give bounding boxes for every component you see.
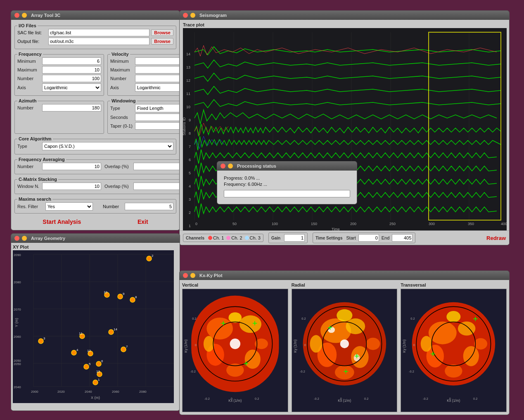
sac-file-input[interactable] — [48, 29, 149, 36]
output-file-row: Output file: Browse — [17, 38, 173, 45]
svg-text:10: 10 — [186, 105, 190, 109]
svg-text:-0.2: -0.2 — [409, 370, 414, 373]
svg-point-98 — [230, 339, 240, 349]
azimuth-section: Azimuth Number — [14, 98, 104, 134]
ch2-radio[interactable] — [226, 236, 230, 240]
sac-file-row: SAC file list: Browse — [17, 29, 173, 36]
svg-text:5: 5 — [89, 362, 91, 366]
vertical-title: Vertical — [182, 282, 288, 287]
svg-text:2090: 2090 — [14, 253, 21, 257]
cm-overlap-input[interactable] — [133, 183, 180, 190]
vel-axis-select[interactable]: Logarithmic Linear — [135, 83, 180, 92]
time-end-input[interactable] — [392, 234, 413, 242]
wind-type-select[interactable]: Fixed Length — [135, 104, 180, 112]
svg-text:1: 1 — [189, 224, 191, 228]
core-type-select[interactable]: Capon (S.V.D.) — [42, 142, 173, 150]
fa-number-input[interactable] — [42, 163, 101, 170]
svg-text:2050: 2050 — [14, 359, 21, 363]
radial-svg: Kx (1/m) Ky (1/m) -0.2 0 0.2 0.2 0 -0.2 — [292, 289, 397, 412]
time-settings-group: Time Settings Start End — [313, 233, 415, 243]
ch1-radio[interactable] — [208, 236, 212, 240]
wind-taper-label: Taper (0-1) — [110, 123, 135, 128]
processing-status-window: Processing status Progress: 0.0% ... Fre… — [217, 161, 357, 204]
kxky-radial-panel: Radial — [292, 282, 398, 412]
freq-min-input[interactable] — [42, 57, 101, 65]
seismo-close-button[interactable] — [183, 13, 188, 18]
svg-text:11: 11 — [186, 92, 190, 96]
svg-text:7: 7 — [189, 145, 191, 149]
azimuth-number-input[interactable] — [42, 104, 101, 112]
gain-group: Gain — [268, 233, 308, 243]
svg-point-149 — [445, 364, 462, 377]
freq-max-input[interactable] — [42, 66, 101, 74]
svg-text:-0.2: -0.2 — [190, 370, 196, 373]
maxima-resfilter-select[interactable]: Yes No — [45, 202, 93, 211]
svg-point-126 — [340, 339, 349, 348]
freq-averaging-label: Frequency Averaging — [17, 157, 66, 162]
cm-window-input[interactable] — [42, 183, 101, 190]
kxky-vertical-panel: Vertical — [182, 282, 288, 412]
ag-min-button[interactable] — [22, 236, 27, 241]
wind-taper-input[interactable] — [135, 122, 180, 130]
progress-bar-outer — [224, 190, 350, 197]
wind-seconds-input[interactable] — [135, 114, 180, 121]
svg-text:-0.2: -0.2 — [314, 397, 319, 401]
svg-text:2050: 2050 — [14, 362, 21, 366]
core-algo-section: Core Algorithm Type Capon (S.V.D.) — [14, 136, 176, 154]
minimize-button[interactable] — [22, 13, 27, 18]
svg-point-70 — [96, 361, 101, 366]
svg-text:0.2: 0.2 — [192, 317, 196, 320]
freq-number-input[interactable] — [42, 75, 101, 82]
vel-number-label: Number — [110, 76, 135, 81]
ag-close-button[interactable] — [14, 236, 19, 241]
svg-text:13: 13 — [96, 370, 100, 373]
svg-point-62 — [147, 256, 152, 261]
vel-min-input[interactable] — [135, 57, 180, 65]
ch3-item[interactable]: Ch. 3 — [245, 235, 261, 240]
seismo-min-button[interactable] — [190, 13, 195, 18]
array-geometry-title: Array Geometry — [31, 236, 65, 241]
svg-text:2080: 2080 — [14, 280, 21, 284]
time-start-input[interactable] — [358, 234, 379, 242]
progress-text: Progress: 0.0% ... — [224, 176, 350, 180]
svg-text:300: 300 — [429, 222, 435, 226]
svg-text:2060: 2060 — [112, 390, 119, 394]
fa-overlap-input[interactable] — [133, 163, 180, 170]
svg-point-122 — [310, 335, 322, 352]
output-file-label: Output file: — [17, 39, 48, 44]
svg-text:8: 8 — [135, 295, 137, 299]
processing-status-title: Processing status — [237, 164, 276, 168]
kxky-min-button[interactable] — [190, 273, 195, 278]
ps-min-button[interactable] — [228, 164, 233, 168]
velocity-label: Velocity — [110, 52, 130, 57]
kxky-close-button[interactable] — [183, 273, 188, 278]
azimuth-label: Azimuth — [17, 98, 38, 103]
gain-input[interactable] — [284, 234, 305, 242]
output-browse-button[interactable]: Browse — [151, 38, 173, 45]
ch3-radio[interactable] — [245, 236, 249, 240]
start-analysis-button[interactable]: Start Analysis — [34, 217, 89, 227]
close-button[interactable] — [14, 13, 19, 18]
freq-max-label: Maximum — [17, 67, 42, 72]
ch2-item[interactable]: Ch. 2 — [226, 235, 242, 240]
ps-close-button[interactable] — [221, 164, 225, 168]
svg-text:0: 0 — [413, 343, 415, 347]
freq-axis-label: Axis — [17, 85, 42, 90]
sac-browse-button[interactable]: Browse — [151, 29, 173, 36]
exit-button[interactable]: Exit — [129, 217, 156, 227]
maxima-number-input[interactable] — [125, 203, 173, 210]
vertical-svg: Kx (1/m) Ky (1/m) -0.2 0 0.2 0.2 0 -0.2 — [183, 289, 288, 412]
ch1-item[interactable]: Ch. 1 — [208, 235, 224, 240]
freq-axis-select[interactable]: Logarithmic Linear — [42, 83, 101, 92]
end-label: End — [382, 235, 390, 240]
maxima-number-label: Number — [103, 204, 119, 209]
output-file-input[interactable] — [48, 38, 149, 45]
svg-text:0.2: 0.2 — [364, 397, 368, 401]
array-geometry-window: Array Geometry XY Plot 2090 2080 2070 20… — [11, 233, 180, 411]
vel-max-input[interactable] — [135, 66, 180, 74]
svg-text:2040: 2040 — [85, 390, 92, 394]
vertical-canvas: Kx (1/m) Ky (1/m) -0.2 0 0.2 0.2 0 -0.2 — [182, 289, 288, 412]
svg-text:11: 11 — [79, 332, 83, 335]
redraw-button[interactable]: Redraw — [486, 235, 506, 241]
vel-number-input[interactable] — [135, 75, 180, 82]
